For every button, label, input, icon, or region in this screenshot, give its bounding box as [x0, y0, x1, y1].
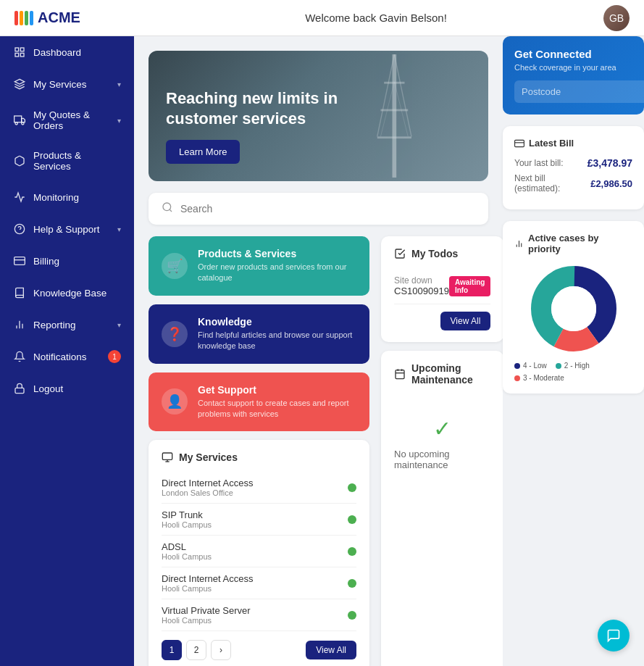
- sidebar-item-my-services[interactable]: My Services ▾: [0, 68, 134, 100]
- service-info-3: Direct Internet Access Hooli Campus: [162, 573, 348, 593]
- service-item-3[interactable]: Direct Internet Access Hooli Campus: [162, 567, 356, 599]
- sidebar-item-logout[interactable]: Logout: [0, 372, 134, 404]
- credit-card-icon: [13, 254, 26, 267]
- layers-icon: [13, 78, 26, 91]
- sidebar-item-dashboard[interactable]: Dashboard: [0, 36, 134, 68]
- last-bill-label: Your last bill:: [514, 158, 564, 168]
- active-cases-label: Active cases by priority: [528, 233, 632, 254]
- header: ACME Welcome back Gavin Belson! GB: [0, 0, 644, 36]
- sidebar-label-knowledge-base: Knowledge Base: [33, 288, 121, 299]
- my-services-header: My Services: [162, 451, 356, 463]
- sidebar-label-my-quotes: My Quotes & Orders: [33, 109, 110, 131]
- active-cases-title: Active cases by priority: [514, 233, 632, 254]
- page-2-button[interactable]: 2: [186, 640, 206, 660]
- service-item-0[interactable]: Direct Internet Access London Sales Offi…: [162, 472, 356, 504]
- quick-link-support[interactable]: 👤 Get Support Contact support to create …: [149, 372, 369, 432]
- main-content: Reaching new limits in customer services…: [134, 36, 503, 666]
- check-icon: ✓: [433, 416, 451, 441]
- right-column: My Todos Site down CS10090919 Awaiting I…: [381, 236, 503, 666]
- hero-content: Reaching new limits in customer services…: [166, 88, 354, 164]
- quick-link-products[interactable]: 🛒 Products & Services Order new products…: [149, 236, 369, 296]
- layout: Dashboard My Services ▾ My Quotes & Orde…: [0, 36, 644, 666]
- service-sub-1: Hooli Campus: [162, 520, 348, 529]
- status-dot-4: [348, 611, 356, 620]
- lock-icon: [13, 382, 26, 395]
- sidebar-item-monitoring[interactable]: Monitoring: [0, 181, 134, 213]
- postcode-input[interactable]: [514, 80, 644, 103]
- knowledge-icon: ❓: [162, 321, 188, 347]
- legend-label-high: 2 - High: [564, 362, 590, 370]
- bar-chart-icon: [13, 318, 26, 331]
- svg-line-21: [377, 54, 394, 136]
- sidebar-label-reporting: Reporting: [33, 320, 110, 330]
- service-info-2: ADSL Hooli Campus: [162, 541, 348, 561]
- svg-rect-36: [515, 140, 524, 146]
- bell-icon: [13, 350, 26, 363]
- my-services-icon: [162, 451, 173, 463]
- search-bar: [149, 193, 488, 225]
- truck-icon: [13, 114, 26, 127]
- todos-card: My Todos Site down CS10090919 Awaiting I…: [381, 236, 503, 342]
- avatar: GB: [603, 5, 630, 31]
- help-circle-icon: [13, 222, 26, 236]
- svg-point-44: [551, 286, 596, 331]
- products-icon: 🛒: [162, 253, 188, 279]
- service-item-2[interactable]: ADSL Hooli Campus: [162, 536, 356, 567]
- quick-link-support-info: Get Support Contact support to create ca…: [198, 384, 356, 420]
- bill-header: Latest Bill: [514, 138, 632, 149]
- search-icon: [162, 201, 173, 216]
- ql-knowledge-title: Knowledge: [198, 316, 356, 328]
- legend-moderate: 3 - Moderate: [514, 374, 564, 382]
- legend-high: 2 - High: [556, 362, 590, 370]
- service-sub-3: Hooli Campus: [162, 584, 348, 593]
- legend-dot-low: [514, 363, 520, 369]
- sidebar-label-products: Products & Services: [33, 150, 121, 172]
- service-item-4[interactable]: Virtual Private Server Hooli Campus: [162, 599, 356, 631]
- svg-rect-1: [20, 48, 24, 51]
- service-name-2: ADSL: [162, 541, 348, 552]
- sidebar-item-products[interactable]: Products & Services: [0, 141, 134, 181]
- sidebar-item-help[interactable]: Help & Support ▾: [0, 213, 134, 245]
- chevron-icon-2: ▾: [117, 117, 121, 125]
- todo-id-0: CS10090919: [394, 286, 449, 296]
- sidebar-label-notifications: Notifications: [33, 351, 101, 362]
- my-services-view-all-button[interactable]: View All: [306, 641, 356, 659]
- sidebar-item-knowledge-base[interactable]: Knowledge Base: [0, 277, 134, 309]
- service-sub-0: London Sales Office: [162, 488, 348, 497]
- service-sub-4: Hooli Campus: [162, 616, 348, 625]
- service-name-4: Virtual Private Server: [162, 605, 348, 616]
- learn-more-button[interactable]: Learn More: [166, 140, 240, 164]
- sidebar-item-notifications[interactable]: Notifications 1: [0, 341, 134, 372]
- hero-title: Reaching new limits in customer services: [166, 88, 354, 130]
- quick-link-knowledge[interactable]: ❓ Knowledge Find helpful articles and br…: [149, 304, 369, 364]
- search-input[interactable]: [180, 203, 475, 215]
- page-1-button[interactable]: 1: [162, 640, 182, 660]
- box-icon: [13, 154, 26, 167]
- todos-view-all-button[interactable]: View All: [440, 312, 491, 330]
- service-item-1[interactable]: SIP Trunk Hooli Campus: [162, 504, 356, 536]
- chat-fab-button[interactable]: [598, 620, 630, 652]
- activity-icon: [13, 191, 26, 204]
- sidebar-item-my-quotes[interactable]: My Quotes & Orders ▾: [0, 100, 134, 141]
- status-dot-3: [348, 579, 356, 588]
- last-bill-amount: £3,478.97: [587, 157, 632, 169]
- next-page-button[interactable]: ›: [211, 640, 231, 660]
- quick-link-knowledge-info: Knowledge Find helpful articles and brow…: [198, 316, 356, 352]
- service-info-0: Direct Internet Access London Sales Offi…: [162, 478, 348, 497]
- legend-label-moderate: 3 - Moderate: [523, 374, 564, 382]
- sidebar-item-billing[interactable]: Billing: [0, 245, 134, 277]
- cases-chart-icon: [514, 239, 524, 249]
- sidebar-item-reporting[interactable]: Reporting ▾: [0, 309, 134, 341]
- legend-low: 4 - Low: [514, 362, 547, 370]
- chevron-icon-3: ▾: [117, 225, 121, 233]
- svg-rect-11: [14, 257, 25, 265]
- logo: ACME: [14, 9, 149, 26]
- ql-knowledge-desc: Find helpful articles and browse our sup…: [198, 330, 356, 352]
- svg-rect-30: [396, 370, 404, 379]
- estimated-bill-amount: £2,986.50: [590, 178, 632, 189]
- legend-dot-high: [556, 363, 561, 369]
- no-maintenance-area: ✓ No upcoming maintenance: [394, 394, 490, 492]
- service-info-1: SIP Trunk Hooli Campus: [162, 509, 348, 529]
- service-name-1: SIP Trunk: [162, 509, 348, 520]
- chevron-icon: ▾: [117, 80, 121, 88]
